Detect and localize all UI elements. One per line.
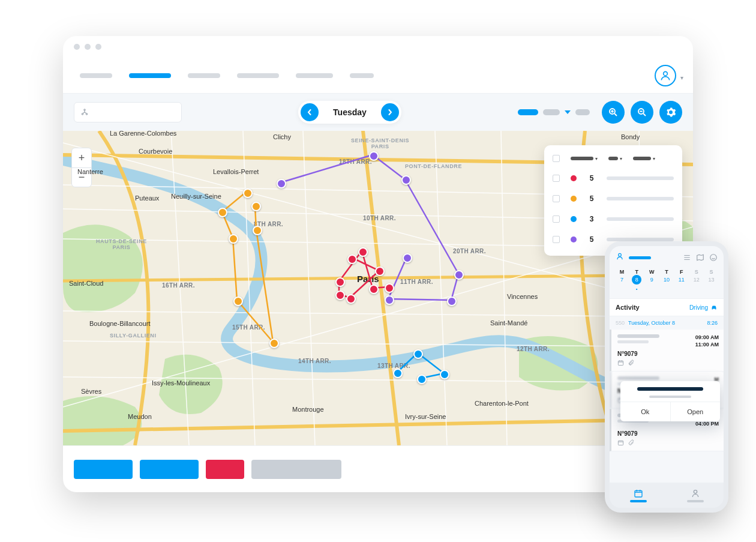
visit-card[interactable]: 09:00 AM11:00 AM N°9079 <box>610 330 724 372</box>
svg-point-0 <box>664 71 668 76</box>
map-town-label: Bondy <box>621 133 640 140</box>
waypoint[interactable] <box>335 291 345 300</box>
cal-date[interactable]: 9 <box>644 275 659 285</box>
cal-date[interactable]: 11 <box>674 275 689 285</box>
nav-tab[interactable] <box>237 73 279 78</box>
waypoint[interactable] <box>218 208 227 217</box>
waypoint[interactable] <box>269 339 279 348</box>
map-icon[interactable] <box>696 253 704 262</box>
waypoint[interactable] <box>346 294 356 304</box>
activity-row[interactable]: Activity Driving <box>610 298 724 316</box>
map-region-label: HAUTS-DE-SEINEPARIS <box>96 239 147 251</box>
activity-label: Activity <box>616 304 640 311</box>
waypoint[interactable] <box>385 283 394 293</box>
settings-button[interactable] <box>659 101 682 124</box>
waypoint[interactable] <box>369 285 379 294</box>
checkbox[interactable] <box>553 195 560 202</box>
nav-tab[interactable] <box>80 73 112 78</box>
checkbox[interactable] <box>553 155 560 162</box>
map[interactable]: + − Paris 18TH ARR. 10TH ARR. 8TH ARR. 2… <box>63 131 693 445</box>
popover-title <box>637 387 703 391</box>
map-arr-label: 12TH ARR. <box>517 346 550 352</box>
waypoint[interactable] <box>417 375 427 384</box>
waypoint[interactable] <box>375 266 385 276</box>
dow: F <box>674 269 689 275</box>
map-arr-label: 13TH ARR. <box>377 363 410 369</box>
map-town-label: Sèvres <box>81 388 101 395</box>
list-icon[interactable] <box>683 253 691 262</box>
view-toggle[interactable] <box>518 109 590 115</box>
legend-label <box>607 197 674 200</box>
waypoint[interactable] <box>335 277 345 287</box>
nav-tab[interactable] <box>296 73 333 78</box>
popover-subtitle <box>649 396 691 398</box>
zoom-in-button[interactable] <box>602 101 625 124</box>
phone-title <box>629 256 651 259</box>
nav-events[interactable] <box>610 483 667 508</box>
dateinfo-row: 550Tuesday, October 8 8:26 <box>610 316 724 330</box>
waypoint[interactable] <box>277 179 286 188</box>
checkbox[interactable] <box>553 175 560 182</box>
legend-row[interactable]: 5 <box>544 168 682 188</box>
svg-rect-9 <box>618 361 623 366</box>
checkbox[interactable] <box>553 236 560 243</box>
map-town-label: Issy-les-Moulineaux <box>152 379 210 387</box>
map-city-label: Paris <box>357 274 379 284</box>
waypoint[interactable] <box>253 226 262 235</box>
cal-date-selected[interactable]: 8 <box>632 275 641 285</box>
prev-day-button[interactable] <box>301 103 319 121</box>
nav-tab[interactable] <box>188 73 220 78</box>
action-button-danger[interactable] <box>206 460 244 479</box>
waypoint[interactable] <box>369 151 379 161</box>
open-button[interactable]: Open <box>670 402 721 421</box>
nav-profile[interactable] <box>667 483 724 508</box>
calendar-icon <box>634 489 643 498</box>
waypoint[interactable] <box>393 369 403 378</box>
legend-panel: ▾ ▾ ▾ 5 5 3 <box>544 145 682 256</box>
legend-header: ▾ ▾ ▾ <box>544 151 682 168</box>
action-button[interactable] <box>74 460 133 479</box>
legend-label <box>607 217 674 221</box>
window-dot <box>74 44 80 50</box>
nav-tab[interactable] <box>350 73 374 78</box>
waypoint[interactable] <box>440 370 449 379</box>
waypoint[interactable] <box>403 253 412 263</box>
waypoint[interactable] <box>413 349 423 359</box>
date-picker: Tuesday <box>298 101 401 124</box>
ok-button[interactable]: Ok <box>620 402 670 421</box>
legend-row[interactable]: 5 <box>544 188 682 209</box>
dow: W <box>644 269 659 275</box>
action-button[interactable] <box>140 460 199 479</box>
waypoint[interactable] <box>401 175 411 185</box>
cal-date[interactable]: 7 <box>614 275 629 285</box>
search-input[interactable] <box>74 102 182 122</box>
zoom-out-button[interactable] <box>631 101 653 124</box>
waypoint[interactable] <box>447 297 457 306</box>
waypoint[interactable] <box>385 295 394 305</box>
user-avatar[interactable]: ▾ <box>655 65 676 86</box>
cal-date[interactable]: 13 <box>704 275 719 285</box>
checkbox[interactable] <box>553 215 560 223</box>
nav-tab-active[interactable] <box>129 73 171 78</box>
svg-point-7 <box>619 253 622 256</box>
dow: T <box>659 269 674 275</box>
waypoint[interactable] <box>454 270 464 280</box>
svg-point-1 <box>84 109 85 110</box>
waypoint[interactable] <box>233 297 243 306</box>
waypoint[interactable] <box>347 254 357 264</box>
legend-row[interactable]: 3 <box>544 209 682 229</box>
svg-rect-11 <box>618 441 623 445</box>
smile-icon[interactable] <box>709 253 718 262</box>
legend-label <box>607 176 674 180</box>
next-day-button[interactable] <box>381 103 399 121</box>
chevron-down-icon: ▾ <box>680 74 683 81</box>
waypoint[interactable] <box>229 234 238 244</box>
waypoint[interactable] <box>243 188 253 198</box>
waypoint[interactable] <box>358 247 368 257</box>
waypoint[interactable] <box>251 202 261 211</box>
zoom-in[interactable]: + <box>72 148 91 167</box>
cal-date[interactable]: 10 <box>659 275 674 285</box>
map-arr-label: 14TH ARR. <box>298 358 331 364</box>
cal-date[interactable]: 12 <box>689 275 704 285</box>
map-town-label: Ivry-sur-Seine <box>405 413 446 420</box>
